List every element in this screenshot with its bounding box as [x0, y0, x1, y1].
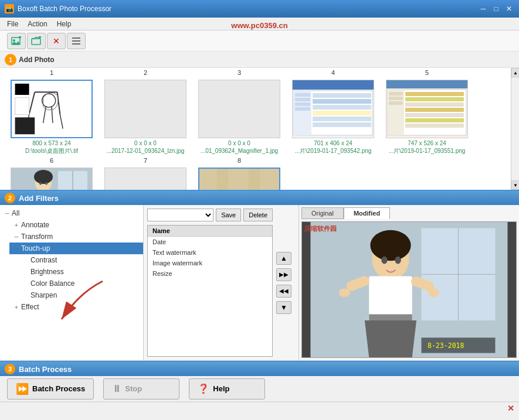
filter-list: Name Date Text watermark Image watermark…: [147, 225, 273, 357]
svg-rect-40: [388, 90, 404, 135]
svg-rect-45: [405, 113, 464, 117]
tree-item-colorbalance[interactable]: Color Balance: [19, 278, 143, 289]
filter-dropdown[interactable]: [147, 209, 213, 221]
batch-section: 3 Batch Process ⏩ Batch Process ⏸ Stop ❓…: [0, 361, 519, 402]
photo-thumb-2: [104, 80, 186, 138]
photo-cell-8[interactable]: [192, 168, 286, 190]
filter-list-item-date[interactable]: Date: [148, 237, 272, 247]
photo-cell-1[interactable]: 800 x 573 x 24 D:\tools\桌面图片\.tif: [5, 80, 99, 155]
menu-help[interactable]: Help: [52, 19, 76, 29]
tree-item-contrast[interactable]: Contrast: [19, 254, 143, 266]
tree-label-brightness: Brightness: [30, 268, 64, 276]
stop-button[interactable]: ⏸ Stop: [103, 378, 179, 399]
add-folder-button[interactable]: +: [27, 33, 46, 49]
photo-size-3: 0 x 0 x 0: [192, 139, 286, 147]
svg-rect-34: [295, 98, 310, 101]
menu-action[interactable]: Action: [23, 19, 52, 29]
photo-strip-scroll[interactable]: 1 2 3 4 5: [0, 68, 519, 190]
svg-rect-46: [405, 118, 464, 122]
arrow-rewind-button[interactable]: ◀◀: [276, 285, 291, 298]
help-icon: ❓: [198, 383, 209, 394]
add-photo-bar: 1 Add Photo: [0, 52, 519, 68]
help-button[interactable]: ❓ Help: [189, 378, 265, 399]
filters-section: 2 Add Filters ─ All + Annotate ─ Transfo…: [0, 191, 519, 361]
photo-numbers-row1: 1 2 3 4 5: [0, 68, 519, 77]
filter-delete-button[interactable]: Delete: [243, 209, 273, 221]
svg-point-87: [395, 257, 401, 264]
batch-process-icon: ⏩: [16, 383, 29, 395]
photo-num-8: 8: [192, 157, 286, 164]
strip-scroll-down[interactable]: ▼: [511, 180, 519, 190]
batch-section-num: 3: [5, 364, 15, 374]
tree-label-contrast: Contrast: [30, 256, 57, 264]
maximize-button[interactable]: □: [491, 4, 501, 14]
tree-label-all: All: [12, 209, 19, 217]
filter-list-item-resize[interactable]: Resize: [148, 268, 272, 279]
photo-cell-6[interactable]: [5, 168, 99, 190]
filter-list-item-imagewatermark[interactable]: Image watermark: [148, 258, 272, 268]
photo-num-1: 1: [5, 69, 99, 76]
svg-rect-27: [313, 93, 371, 98]
filter-main-col: Save Delete Name Date Text watermark Ima…: [147, 209, 273, 357]
strip-scroll-up[interactable]: ▲: [511, 68, 519, 77]
photo-cell-5[interactable]: 747 x 526 x 24 ...片\2019-01-17_093551.pn…: [380, 80, 474, 155]
arrow-fast-forward-button[interactable]: ▶▶: [276, 268, 291, 281]
tree-expander-annotate: +: [12, 220, 21, 230]
delete-button[interactable]: ✕: [47, 33, 66, 49]
svg-rect-24: [293, 80, 374, 90]
toolbar: + + ✕: [0, 30, 519, 52]
filter-arrow-col: ▲ ▶▶ ◀◀ ▼: [273, 209, 295, 357]
photo-cell-7[interactable]: [99, 168, 192, 190]
tree-item-annotate[interactable]: + Annotate: [9, 219, 143, 231]
tree-item-transform[interactable]: ─ Transform: [9, 231, 143, 243]
svg-point-85: [428, 288, 439, 297]
svg-rect-49: [389, 97, 403, 100]
photo-thumb-4: [292, 80, 374, 138]
tree-item-brightness[interactable]: Brightness: [19, 266, 143, 278]
svg-rect-50: [389, 101, 403, 105]
photo-cell-3[interactable]: 0 x 0 x 0 ...01_093624_Magnifier_1.jpg: [192, 80, 286, 155]
tab-original[interactable]: Original: [301, 207, 344, 219]
tree-item-all[interactable]: ─ All: [0, 207, 143, 219]
photo-cell-2[interactable]: 0 x 0 x 0 ...2017-12-01_093624_lzn.jpg: [99, 80, 192, 155]
svg-rect-29: [313, 105, 371, 110]
arrow-up-button[interactable]: ▲: [276, 252, 291, 265]
photo-num-4: 4: [286, 69, 380, 76]
stop-icon: ⏸: [112, 384, 121, 394]
title-bar: 📷 Boxoft Batch Photo Processor ─ □ ✕: [0, 0, 519, 18]
tree-item-sharpen[interactable]: Sharpen: [19, 289, 143, 301]
tree-item-touchup[interactable]: ─ Touch-up: [9, 243, 143, 254]
photo-path-1: D:\tools\桌面图片\.tif: [5, 147, 99, 155]
tree-item-effect[interactable]: + Effect: [9, 301, 143, 313]
filter-tree: ─ All + Annotate ─ Transform ─ Touch-up …: [0, 205, 144, 360]
close-status-icon[interactable]: ✕: [507, 404, 514, 413]
svg-rect-43: [405, 103, 464, 107]
photo-thumb-3: [198, 80, 280, 138]
svg-rect-10: [72, 43, 80, 45]
batch-process-button[interactable]: ⏩ Batch Process: [7, 378, 94, 399]
strip-scrollbar[interactable]: ▲ ▼: [511, 68, 519, 190]
settings-button[interactable]: [67, 33, 86, 49]
photo-num-7: 7: [99, 157, 192, 164]
svg-rect-47: [405, 124, 464, 128]
photo-numbers-row2: 6 7 8: [0, 156, 519, 165]
filter-list-item-textwatermark[interactable]: Text watermark: [148, 247, 272, 258]
svg-rect-33: [295, 93, 310, 97]
close-button[interactable]: ✕: [504, 4, 514, 14]
svg-point-63: [39, 182, 42, 185]
arrow-down-button[interactable]: ▼: [276, 301, 291, 314]
menu-file[interactable]: File: [2, 19, 23, 29]
svg-rect-31: [313, 117, 371, 121]
photo-thumb-6: [11, 168, 93, 190]
photo-cell-4[interactable]: 701 x 406 x 24 ...片\2019-01-17_093542.pn…: [286, 80, 380, 155]
filter-save-button[interactable]: Save: [216, 209, 241, 221]
filters-body: ─ All + Annotate ─ Transform ─ Touch-up …: [0, 205, 519, 360]
minimize-button[interactable]: ─: [478, 4, 489, 14]
tab-modified[interactable]: Modified: [344, 207, 390, 219]
tree-label-effect: Effect: [21, 303, 39, 311]
add-photo-button[interactable]: +: [7, 33, 26, 49]
svg-rect-48: [389, 92, 403, 95]
photo-num-2: 2: [99, 69, 192, 76]
svg-point-62: [34, 170, 53, 184]
photo-size-2: 0 x 0 x 0: [99, 139, 192, 147]
